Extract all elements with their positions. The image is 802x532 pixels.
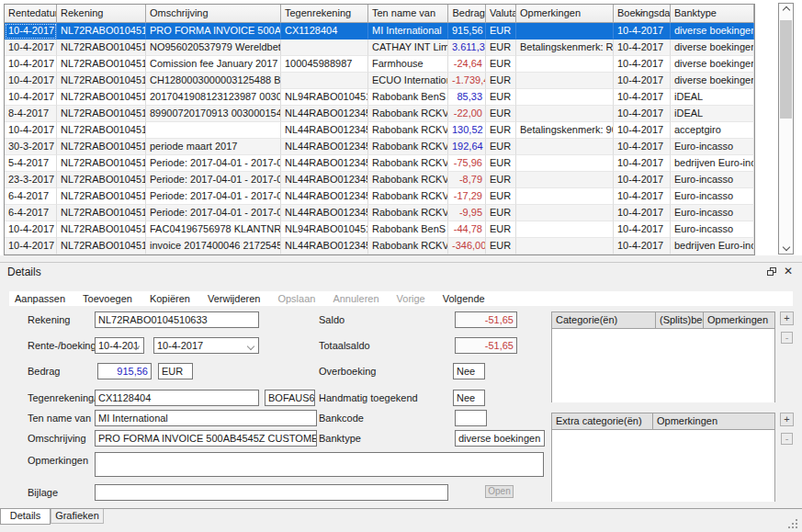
column-header-rekening[interactable]: Rekening [57,5,146,23]
scroll-up-icon[interactable] [779,4,793,17]
details-panel-title: Details [7,266,41,278]
column-header-valuta[interactable]: Valuta [486,5,516,23]
valuta-input[interactable]: EUR [158,363,193,379]
toolbar-kopi-ren-button[interactable]: Kopiëren [150,293,190,304]
scroll-down-icon[interactable] [779,241,793,254]
extra-categorie-add-button[interactable]: + [780,413,794,426]
table-cell [516,89,614,106]
column-header-opmerkingen[interactable]: Opmerkingen [516,5,614,23]
column-header-tegenrekening[interactable]: Tegenrekening [281,5,368,23]
table-row[interactable]: 10-4-2017NL72RABO0104510633Comission fee… [5,56,754,73]
table-row[interactable]: 10-4-2017NL72RABO0104510633CH12800030000… [5,73,754,89]
opmerkingen-textarea[interactable] [95,452,544,477]
table-row[interactable]: 10-4-2017NL72RABO0104510633invoice 20174… [5,238,754,255]
tab-grafieken[interactable]: Grafieken [51,509,104,524]
tegenrekening-input[interactable]: CX1128404 [95,390,259,406]
float-window-icon[interactable] [767,267,777,277]
table-cell: Rabobank RCKV [368,188,448,205]
boekingsdatum-combo[interactable]: 10-4-2017 [153,337,259,354]
table-row[interactable]: 5-4-2017NL72RABO0104510633Periode: 2017-… [5,155,754,172]
bic-input[interactable]: BOFAUS6SXXX [265,390,315,406]
omschrijving-input[interactable]: PRO FORMA INVOICE 500AB4545Z CUSTOMER NO… [95,430,317,447]
categorie-add-button[interactable]: + [780,311,794,325]
table-cell: EUR [486,139,516,155]
totaalsaldo-value: -51,65 [455,337,517,354]
column-header-bedrag[interactable]: Bedrag [448,5,486,23]
table-cell: EUR [486,122,516,139]
close-icon[interactable]: ✕ [784,265,793,277]
table-cell: -8,79 [448,172,486,188]
table-cell: 10-4-2017 [614,221,671,238]
rekening-input[interactable]: NL72RABO0104510633 [95,311,259,328]
toolbar-volgende-button[interactable]: Volgende [443,293,485,304]
table-row[interactable]: 6-4-2017NL72RABO0104510633Periode: 2017-… [5,188,754,205]
table-cell: NL72RABO0104510633 [57,40,146,56]
bedrag-input[interactable]: 915,56 [97,363,152,379]
tab-details[interactable]: Details [0,509,51,525]
table-cell: 10-4-2017 [614,139,671,155]
table-cell: NL72RABO0104510633 [57,172,146,188]
table-cell: Rabobank RCKV [368,139,448,155]
column-header-rentedatum[interactable]: Rentedatum [5,5,57,23]
table-row[interactable]: 30-3-2017NL72RABO0104510633periode maart… [5,139,754,155]
bankcode-input[interactable] [455,410,487,426]
table-cell: 89900720170913 003000154209... [146,106,281,122]
extra-categorie-table-body[interactable] [552,430,774,502]
toolbar-aanpassen-button[interactable]: Aanpassen [15,293,65,304]
table-row[interactable]: 6-4-2017NL72RABO0104510633Periode: 2017-… [5,205,754,221]
table-cell [516,238,614,255]
toolbar-toevoegen-button[interactable]: Toevoegen [83,293,132,304]
bijlage-input[interactable] [95,484,448,501]
table-cell [281,40,368,56]
rentedatum-combo[interactable]: 10-4-201 [95,337,144,354]
table-cell: EUR [486,221,516,238]
column-header-banktype[interactable]: Banktype [671,5,754,23]
table-cell: EUR [486,106,516,122]
overboeking-value[interactable]: Nee [453,363,485,379]
table-cell: Rabobank RCKV [368,155,448,172]
table-row[interactable]: 10-4-2017NL72RABO0104510633PRO FORMA INV… [5,23,754,40]
table-cell: EUR [486,56,516,73]
table-cell [516,221,614,238]
table-cell: NL72RABO0104510633 [57,122,146,139]
table-cell: 192,64 [448,139,486,155]
table-row[interactable]: 10-4-2017NL72RABO0104510633NO95602053797… [5,40,754,56]
splitsbedrag-column-header[interactable]: (Splits)bedra [656,312,704,328]
handmatig-toegekend-value[interactable]: Nee [453,390,485,406]
toolbar-verwijderen-button[interactable]: Verwijderen [208,293,260,304]
opmerkingen-column-header[interactable]: Opmerkingen [653,413,774,429]
table-cell: Periode: 2017-04-01 - 2017-05-01 [146,188,281,205]
table-row[interactable]: 10-4-2017NL72RABO0104510633FAC0419675697… [5,221,754,238]
column-header-boekingsdatum[interactable]: Boekingsdatum [614,5,671,23]
table-cell [516,172,614,188]
table-row[interactable]: 10-4-2017NL72RABO01045106332017041908123… [5,89,754,106]
banktype-input[interactable]: diverse boekingen [455,430,545,447]
categorie-table-body[interactable] [552,329,774,402]
column-header-ten-name-van[interactable]: Ten name van [368,5,448,23]
scrollbar-thumb[interactable] [780,20,792,119]
table-row[interactable]: 10-4-2017NL72RABO0104510633NL44RABO01234… [5,122,754,139]
table-scrollbar[interactable] [778,3,794,255]
table-cell [516,56,614,73]
table-cell: Betalingskenmerk: RE0... [516,40,614,56]
table-cell: invoice 2017400046 21725455 [146,238,281,255]
table-cell: -346,00 [448,238,486,255]
table-cell: EUR [486,73,516,89]
table-cell: Euro-incasso [671,172,754,188]
table-cell: ECUO International [368,73,448,89]
table-cell: 10-4-2017 [5,23,57,40]
table-cell: Rabobank BenS [368,89,448,106]
categorie-column-header[interactable]: Categorie(ën) [552,312,656,328]
opmerkingen-column-header[interactable]: Opmerkingen [704,312,774,328]
table-cell: Periode: 2017-04-01 - 2017-05-01 [146,172,281,188]
table-row[interactable]: 8-4-2017NL72RABO010451063389900720170913… [5,106,754,122]
column-header-omschrijving[interactable]: Omschrijving [146,5,281,23]
table-cell: Euro-incasso [671,205,754,221]
resize-grip[interactable] [796,526,797,528]
table-cell: -75,96 [448,155,486,172]
table-row[interactable]: 23-3-2017NL72RABO0104510633Periode: 2017… [5,172,754,188]
extra-categorie-column-header[interactable]: Extra categorie(ën) [552,413,653,429]
table-cell: 130,52 [448,122,486,139]
table-cell [516,155,614,172]
ten-name-van-input[interactable]: MI International [95,410,317,426]
